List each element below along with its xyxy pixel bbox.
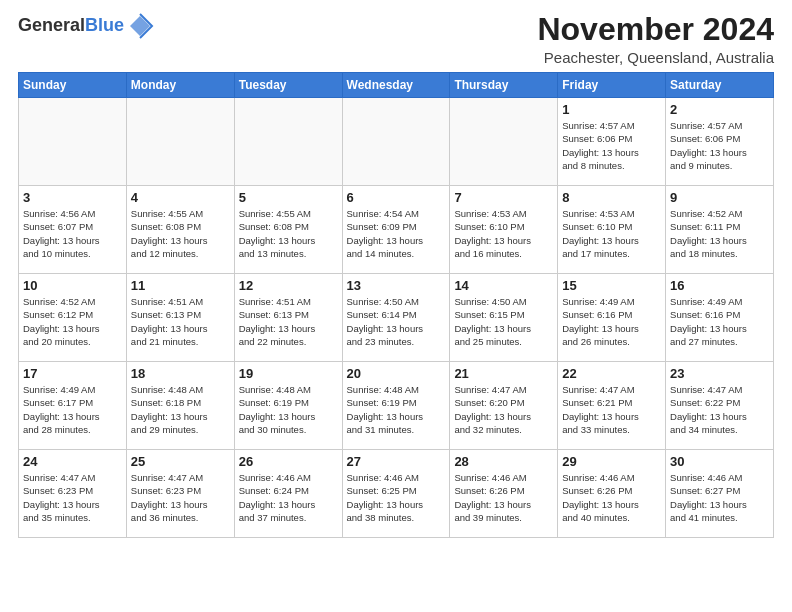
calendar-cell: 22Sunrise: 4:47 AM Sunset: 6:21 PM Dayli… <box>558 362 666 450</box>
logo-icon <box>126 12 154 40</box>
calendar-cell: 6Sunrise: 4:54 AM Sunset: 6:09 PM Daylig… <box>342 186 450 274</box>
day-info: Sunrise: 4:47 AM Sunset: 6:20 PM Dayligh… <box>454 383 553 436</box>
calendar-wrapper: SundayMondayTuesdayWednesdayThursdayFrid… <box>0 72 792 548</box>
day-number: 1 <box>562 102 661 117</box>
day-info: Sunrise: 4:51 AM Sunset: 6:13 PM Dayligh… <box>131 295 230 348</box>
day-number: 8 <box>562 190 661 205</box>
weekday-header-tuesday: Tuesday <box>234 73 342 98</box>
day-number: 15 <box>562 278 661 293</box>
day-info: Sunrise: 4:47 AM Sunset: 6:22 PM Dayligh… <box>670 383 769 436</box>
calendar-cell: 26Sunrise: 4:46 AM Sunset: 6:24 PM Dayli… <box>234 450 342 538</box>
day-number: 30 <box>670 454 769 469</box>
day-info: Sunrise: 4:53 AM Sunset: 6:10 PM Dayligh… <box>454 207 553 260</box>
day-info: Sunrise: 4:49 AM Sunset: 6:16 PM Dayligh… <box>670 295 769 348</box>
calendar-cell: 9Sunrise: 4:52 AM Sunset: 6:11 PM Daylig… <box>666 186 774 274</box>
calendar-cell: 8Sunrise: 4:53 AM Sunset: 6:10 PM Daylig… <box>558 186 666 274</box>
day-info: Sunrise: 4:48 AM Sunset: 6:19 PM Dayligh… <box>347 383 446 436</box>
day-number: 20 <box>347 366 446 381</box>
calendar-table: SundayMondayTuesdayWednesdayThursdayFrid… <box>18 72 774 538</box>
day-number: 13 <box>347 278 446 293</box>
day-info: Sunrise: 4:50 AM Sunset: 6:15 PM Dayligh… <box>454 295 553 348</box>
calendar-cell: 21Sunrise: 4:47 AM Sunset: 6:20 PM Dayli… <box>450 362 558 450</box>
day-number: 25 <box>131 454 230 469</box>
calendar-cell <box>234 98 342 186</box>
calendar-cell: 24Sunrise: 4:47 AM Sunset: 6:23 PM Dayli… <box>19 450 127 538</box>
weekday-header-monday: Monday <box>126 73 234 98</box>
month-title: November 2024 <box>537 12 774 47</box>
day-number: 14 <box>454 278 553 293</box>
calendar-cell: 5Sunrise: 4:55 AM Sunset: 6:08 PM Daylig… <box>234 186 342 274</box>
calendar-cell: 20Sunrise: 4:48 AM Sunset: 6:19 PM Dayli… <box>342 362 450 450</box>
day-info: Sunrise: 4:47 AM Sunset: 6:21 PM Dayligh… <box>562 383 661 436</box>
day-number: 10 <box>23 278 122 293</box>
day-number: 26 <box>239 454 338 469</box>
calendar-cell: 12Sunrise: 4:51 AM Sunset: 6:13 PM Dayli… <box>234 274 342 362</box>
day-info: Sunrise: 4:53 AM Sunset: 6:10 PM Dayligh… <box>562 207 661 260</box>
day-number: 6 <box>347 190 446 205</box>
day-number: 18 <box>131 366 230 381</box>
day-info: Sunrise: 4:46 AM Sunset: 6:26 PM Dayligh… <box>562 471 661 524</box>
day-number: 9 <box>670 190 769 205</box>
day-info: Sunrise: 4:52 AM Sunset: 6:11 PM Dayligh… <box>670 207 769 260</box>
day-info: Sunrise: 4:46 AM Sunset: 6:25 PM Dayligh… <box>347 471 446 524</box>
day-info: Sunrise: 4:55 AM Sunset: 6:08 PM Dayligh… <box>131 207 230 260</box>
calendar-cell <box>342 98 450 186</box>
day-info: Sunrise: 4:47 AM Sunset: 6:23 PM Dayligh… <box>23 471 122 524</box>
calendar-cell: 30Sunrise: 4:46 AM Sunset: 6:27 PM Dayli… <box>666 450 774 538</box>
day-info: Sunrise: 4:46 AM Sunset: 6:24 PM Dayligh… <box>239 471 338 524</box>
calendar-cell: 13Sunrise: 4:50 AM Sunset: 6:14 PM Dayli… <box>342 274 450 362</box>
day-number: 22 <box>562 366 661 381</box>
page: GeneralBlue November 2024 Peachester, Qu… <box>0 0 792 548</box>
day-number: 3 <box>23 190 122 205</box>
day-number: 21 <box>454 366 553 381</box>
calendar-cell: 2Sunrise: 4:57 AM Sunset: 6:06 PM Daylig… <box>666 98 774 186</box>
day-info: Sunrise: 4:57 AM Sunset: 6:06 PM Dayligh… <box>562 119 661 172</box>
calendar-cell: 18Sunrise: 4:48 AM Sunset: 6:18 PM Dayli… <box>126 362 234 450</box>
day-info: Sunrise: 4:49 AM Sunset: 6:16 PM Dayligh… <box>562 295 661 348</box>
calendar-cell: 11Sunrise: 4:51 AM Sunset: 6:13 PM Dayli… <box>126 274 234 362</box>
weekday-header-thursday: Thursday <box>450 73 558 98</box>
week-row-1: 3Sunrise: 4:56 AM Sunset: 6:07 PM Daylig… <box>19 186 774 274</box>
calendar-cell <box>450 98 558 186</box>
day-number: 16 <box>670 278 769 293</box>
calendar-cell: 25Sunrise: 4:47 AM Sunset: 6:23 PM Dayli… <box>126 450 234 538</box>
calendar-cell <box>126 98 234 186</box>
weekday-header-wednesday: Wednesday <box>342 73 450 98</box>
calendar-cell: 10Sunrise: 4:52 AM Sunset: 6:12 PM Dayli… <box>19 274 127 362</box>
calendar-cell: 29Sunrise: 4:46 AM Sunset: 6:26 PM Dayli… <box>558 450 666 538</box>
calendar-cell: 4Sunrise: 4:55 AM Sunset: 6:08 PM Daylig… <box>126 186 234 274</box>
day-number: 12 <box>239 278 338 293</box>
title-area: November 2024 Peachester, Queensland, Au… <box>537 12 774 66</box>
calendar-cell: 19Sunrise: 4:48 AM Sunset: 6:19 PM Dayli… <box>234 362 342 450</box>
day-info: Sunrise: 4:49 AM Sunset: 6:17 PM Dayligh… <box>23 383 122 436</box>
calendar-cell: 23Sunrise: 4:47 AM Sunset: 6:22 PM Dayli… <box>666 362 774 450</box>
week-row-4: 24Sunrise: 4:47 AM Sunset: 6:23 PM Dayli… <box>19 450 774 538</box>
day-info: Sunrise: 4:54 AM Sunset: 6:09 PM Dayligh… <box>347 207 446 260</box>
day-number: 7 <box>454 190 553 205</box>
weekday-header-saturday: Saturday <box>666 73 774 98</box>
day-number: 19 <box>239 366 338 381</box>
day-info: Sunrise: 4:57 AM Sunset: 6:06 PM Dayligh… <box>670 119 769 172</box>
location: Peachester, Queensland, Australia <box>537 49 774 66</box>
week-row-0: 1Sunrise: 4:57 AM Sunset: 6:06 PM Daylig… <box>19 98 774 186</box>
week-row-2: 10Sunrise: 4:52 AM Sunset: 6:12 PM Dayli… <box>19 274 774 362</box>
day-info: Sunrise: 4:46 AM Sunset: 6:27 PM Dayligh… <box>670 471 769 524</box>
header: GeneralBlue November 2024 Peachester, Qu… <box>0 0 792 72</box>
calendar-cell <box>19 98 127 186</box>
weekday-header-sunday: Sunday <box>19 73 127 98</box>
day-number: 17 <box>23 366 122 381</box>
day-number: 2 <box>670 102 769 117</box>
day-info: Sunrise: 4:51 AM Sunset: 6:13 PM Dayligh… <box>239 295 338 348</box>
day-number: 24 <box>23 454 122 469</box>
day-info: Sunrise: 4:55 AM Sunset: 6:08 PM Dayligh… <box>239 207 338 260</box>
day-info: Sunrise: 4:50 AM Sunset: 6:14 PM Dayligh… <box>347 295 446 348</box>
day-number: 5 <box>239 190 338 205</box>
day-info: Sunrise: 4:47 AM Sunset: 6:23 PM Dayligh… <box>131 471 230 524</box>
calendar-cell: 1Sunrise: 4:57 AM Sunset: 6:06 PM Daylig… <box>558 98 666 186</box>
week-row-3: 17Sunrise: 4:49 AM Sunset: 6:17 PM Dayli… <box>19 362 774 450</box>
weekday-header-friday: Friday <box>558 73 666 98</box>
day-info: Sunrise: 4:48 AM Sunset: 6:19 PM Dayligh… <box>239 383 338 436</box>
calendar-cell: 7Sunrise: 4:53 AM Sunset: 6:10 PM Daylig… <box>450 186 558 274</box>
day-number: 29 <box>562 454 661 469</box>
calendar-cell: 28Sunrise: 4:46 AM Sunset: 6:26 PM Dayli… <box>450 450 558 538</box>
